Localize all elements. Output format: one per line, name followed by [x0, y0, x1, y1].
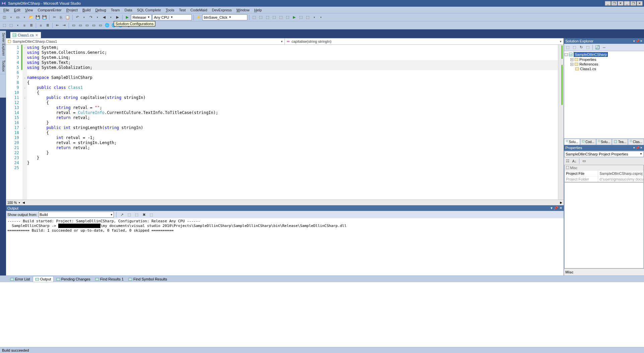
menu-project[interactable]: Project	[64, 7, 80, 13]
collapse-icon[interactable]: -	[566, 166, 569, 169]
copy-icon[interactable]: ⎘	[58, 14, 64, 20]
tree-row[interactable]: +Properties	[565, 57, 643, 62]
tree-row[interactable]: Class1.cs	[565, 67, 643, 71]
tool-icon[interactable]: 🌐	[104, 22, 110, 28]
tool-icon[interactable]: ⬚	[264, 14, 270, 20]
dock-tab[interactable]: Cod...	[580, 139, 596, 145]
tool-icon[interactable]: ⬚	[8, 22, 14, 28]
goto-icon[interactable]: ↗	[119, 212, 125, 218]
dropdown-icon[interactable]: ▼	[15, 22, 21, 28]
menu-file[interactable]: File	[1, 7, 11, 13]
paste-icon[interactable]: 📋	[65, 14, 71, 20]
minimize-button[interactable]: _	[605, 1, 611, 6]
cut-icon[interactable]: ✂	[51, 14, 57, 20]
menu-devexpress[interactable]: DevExpress	[210, 7, 234, 13]
tool-icon[interactable]: ▭	[77, 22, 83, 28]
overview-ruler[interactable]	[558, 45, 564, 200]
menu-tools[interactable]: Tools	[164, 7, 176, 13]
close-icon[interactable]: ✕	[559, 206, 562, 210]
collapse-icon[interactable]: ─	[601, 44, 607, 50]
code-editor[interactable]: 1234567891011121314151617181920212223242…	[6, 45, 564, 200]
menu-compareenter[interactable]: CompareEnter	[35, 7, 64, 13]
tool-icon[interactable]: ⬚	[585, 44, 591, 50]
close-icon[interactable]: ✕	[35, 33, 38, 37]
add-item-icon[interactable]: ▭	[15, 14, 21, 20]
tool-icon[interactable]: ⬚	[305, 14, 311, 20]
tree-root-row[interactable]: - C# SampleDllinCSharp	[565, 52, 643, 57]
event-icon[interactable]: ⚡	[195, 14, 202, 20]
code-text[interactable]: using System;using System.Collections.Ge…	[27, 45, 558, 200]
tool-icon[interactable]: 🔄	[594, 44, 600, 50]
dropdown-icon[interactable]: ▼	[81, 14, 87, 20]
menu-edit[interactable]: Edit	[12, 7, 22, 13]
tool-icon[interactable]: ▭	[71, 22, 77, 28]
wrap-icon[interactable]: ⬚	[148, 212, 154, 218]
tool-icon[interactable]: ⬚	[258, 14, 264, 20]
tool-icon[interactable]: ⇥	[61, 22, 67, 28]
dock-tab[interactable]: Clas...	[628, 139, 644, 145]
bottom-tab-error-list[interactable]: Error List	[8, 276, 32, 282]
server-explorer-tab[interactable]: Server Explorer	[0, 31, 6, 58]
tool-icon[interactable]: ▭	[97, 22, 103, 28]
close-icon[interactable]: ✕	[640, 39, 643, 43]
expand-icon[interactable]: -	[565, 53, 568, 56]
dropdown-icon[interactable]: ▼	[108, 14, 114, 20]
prev-icon[interactable]: ⬚	[126, 212, 132, 218]
toolbox-tab[interactable]: Toolbox	[0, 58, 6, 74]
nav-fwd-icon[interactable]: ▶	[114, 14, 120, 20]
dock-tab[interactable]: Tea...	[612, 139, 628, 145]
close-button[interactable]: ✕	[618, 1, 624, 6]
dock-tab[interactable]: Solu...	[564, 139, 580, 145]
expand-icon[interactable]: +	[570, 63, 573, 66]
solution-platform-dropdown[interactable]: Any CPU▼	[152, 14, 192, 20]
fold-margin[interactable]: - - - - -	[22, 45, 27, 200]
nav-back-icon[interactable]: ◀	[101, 14, 107, 20]
new-item-icon[interactable]: ◫	[1, 14, 7, 20]
tool-icon[interactable]: ▭	[84, 22, 90, 28]
solution-config-dropdown[interactable]: Release▼	[131, 14, 152, 20]
restore2-button[interactable]: ❐	[630, 1, 636, 6]
bottom-tab-find-results-1[interactable]: Find Results 1	[93, 276, 126, 282]
tool-icon[interactable]: ⇤	[54, 22, 60, 28]
bottom-tab-pending-changes[interactable]: Pending Changes	[54, 276, 92, 282]
save-icon[interactable]: 💾	[35, 14, 41, 20]
menu-team[interactable]: Team	[109, 7, 122, 13]
prop-pages-icon[interactable]: ▭	[581, 158, 587, 164]
save-all-icon[interactable]: 💾	[42, 14, 48, 20]
zoom-dropdown-icon[interactable]: ▼	[18, 202, 20, 204]
tool-icon[interactable]: ⬚	[571, 44, 577, 50]
dropdown-icon[interactable]: ▾	[633, 39, 635, 43]
tool-icon[interactable]: ≡	[21, 22, 27, 28]
tool-icon[interactable]: ⬚	[285, 14, 291, 20]
bottom-tab-output[interactable]: Output	[33, 276, 54, 282]
tool-icon[interactable]: ⬚	[271, 14, 277, 20]
tool-icon[interactable]: ≡	[38, 22, 44, 28]
dock-tab[interactable]: Solu...	[596, 139, 612, 145]
menu-codemaid[interactable]: CodeMaid	[188, 7, 209, 13]
dropdown-icon[interactable]: ▼	[311, 14, 317, 20]
minimize2-button[interactable]: _	[624, 1, 630, 6]
tool-icon[interactable]: ≣	[28, 22, 34, 28]
sort-icon[interactable]: A↓	[571, 158, 577, 164]
properties-grid[interactable]: - Misc Project FileSampleDllinCSharp.csp…	[564, 165, 644, 182]
menu-sql-complete[interactable]: SQL Complete	[135, 7, 163, 13]
pin-icon[interactable]: 📌	[636, 146, 639, 149]
member-navigator[interactable]: capitalise(string stringIn) ▼	[285, 38, 564, 44]
clear-icon[interactable]: ✖	[141, 212, 147, 218]
close-icon[interactable]: ✕	[640, 146, 643, 149]
tool-icon[interactable]: ⬚	[565, 44, 571, 50]
refresh-icon[interactable]: ↻	[578, 44, 584, 50]
toolbar-overflow-icon[interactable]: ▾	[318, 14, 324, 20]
dropdown-icon[interactable]: ▾	[633, 146, 635, 149]
dropdown-icon[interactable]: ▼	[94, 14, 100, 20]
menu-help[interactable]: Help	[252, 7, 264, 13]
open-icon[interactable]: 📂	[28, 14, 34, 20]
menu-test[interactable]: Test	[177, 7, 188, 13]
undo-icon[interactable]: ↶	[74, 14, 80, 20]
property-row[interactable]: Project FileSampleDllinCSharp.csproj	[565, 170, 643, 176]
tool-icon[interactable]: ⬚	[251, 14, 257, 20]
file-tab[interactable]: C# Class1.cs ✕	[10, 32, 41, 38]
tool-icon[interactable]: ▶	[291, 14, 297, 20]
tool-icon[interactable]: ⬚	[278, 14, 284, 20]
pin-icon[interactable]: 📌	[636, 39, 639, 43]
